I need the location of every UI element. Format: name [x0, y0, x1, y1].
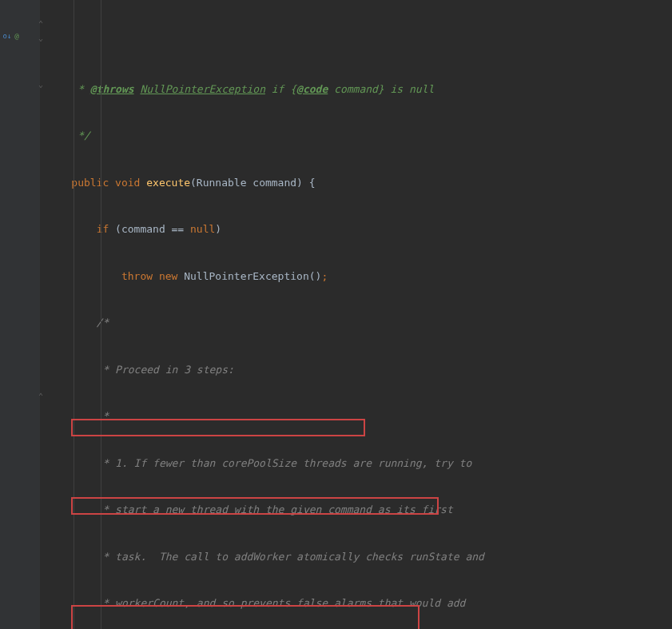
- method-name: execute: [146, 177, 190, 189]
- javadoc-tag: @throws: [90, 83, 134, 95]
- code-text: */: [46, 129, 90, 141]
- keyword: null: [190, 223, 215, 235]
- comment: * task. The call to addWorker atomically…: [46, 551, 484, 563]
- comment: * workerCount, and so prevents false ala…: [46, 597, 465, 609]
- override-icon: o↓: [3, 32, 11, 40]
- at-icon: @: [13, 32, 21, 40]
- gutter-override-marker[interactable]: o↓ @: [3, 32, 21, 40]
- keyword: if: [97, 223, 109, 235]
- comment: * start a new thread with the given comm…: [46, 504, 453, 516]
- code-text: *: [46, 83, 90, 95]
- javadoc-tag: @code: [296, 83, 328, 95]
- keyword: public: [71, 177, 109, 189]
- comment: *: [46, 410, 109, 422]
- comment: /*: [46, 316, 109, 328]
- code-editor: o↓ @ ⌃ ⌄ ⌄ ⌃ ⌃ * @throws NullPointerExce…: [0, 0, 672, 629]
- comment: * Proceed in 3 steps:: [46, 364, 234, 376]
- keyword: void: [115, 177, 140, 189]
- code-area[interactable]: * @throws NullPointerException if {@code…: [40, 0, 672, 629]
- javadoc-link[interactable]: NullPointerException: [140, 83, 265, 95]
- gutter: o↓ @ ⌃ ⌄ ⌄ ⌃ ⌃: [0, 0, 40, 629]
- comment: * 1. If fewer than corePoolSize threads …: [46, 457, 471, 469]
- keyword: throw new: [121, 270, 177, 282]
